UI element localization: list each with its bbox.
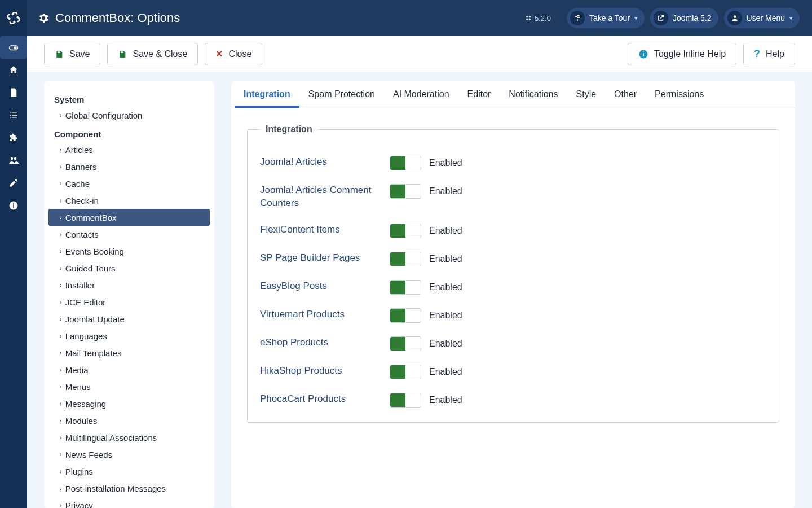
- tree-item-cache[interactable]: ›Cache: [48, 175, 210, 192]
- help-button[interactable]: ? Help: [743, 43, 795, 65]
- svg-point-1: [14, 46, 16, 49]
- tree-item-banners[interactable]: ›Banners: [48, 158, 210, 175]
- toggle-switch[interactable]: [390, 156, 421, 170]
- toggle-switch[interactable]: [390, 224, 421, 238]
- field-label: Joomla! Articles: [260, 156, 390, 169]
- admin-rail: i: [0, 0, 27, 508]
- chevron-right-icon: ›: [60, 468, 62, 475]
- tree-item-languages[interactable]: ›Languages: [48, 327, 210, 344]
- take-tour-button[interactable]: Take a Tour ▾: [567, 8, 645, 28]
- toggle-switch[interactable]: [390, 365, 421, 379]
- chevron-right-icon: ›: [60, 400, 62, 407]
- toggle-state-label: Enabled: [429, 282, 462, 292]
- toggle-inline-help-button[interactable]: Toggle Inline Help: [628, 43, 736, 65]
- svg-point-7: [529, 19, 531, 21]
- field-control: Enabled: [390, 156, 559, 170]
- tab-style[interactable]: Style: [567, 81, 606, 108]
- tab-editor[interactable]: Editor: [458, 81, 500, 108]
- tab-ai-moderation[interactable]: AI Moderation: [384, 81, 458, 108]
- tree-item-joomla-update[interactable]: ›Joomla! Update: [48, 310, 210, 327]
- toggle-switch[interactable]: [390, 280, 421, 295]
- tree-item-label: Mail Templates: [65, 348, 122, 358]
- rail-menus-icon[interactable]: [0, 104, 27, 126]
- tree-item-label: Privacy: [65, 501, 93, 509]
- chevron-right-icon: ›: [60, 248, 62, 255]
- tree-item-jce-editor[interactable]: ›JCE Editor: [48, 294, 210, 310]
- tree-item-privacy[interactable]: ›Privacy: [48, 497, 210, 508]
- chevron-right-icon: ›: [60, 231, 62, 238]
- tree-item-multilingual-associations[interactable]: ›Multilingual Associations: [48, 429, 210, 446]
- user-menu-button[interactable]: User Menu ▾: [724, 8, 800, 28]
- tree-item-check-in[interactable]: ›Check-in: [48, 192, 210, 209]
- tree-item-label: Cache: [65, 179, 90, 189]
- field-row: HikaShop ProductsEnabled: [260, 353, 766, 382]
- tab-other[interactable]: Other: [605, 81, 646, 108]
- rail-content-icon[interactable]: [0, 81, 27, 104]
- field-control: Enabled: [390, 365, 559, 379]
- tree-item-menus[interactable]: ›Menus: [48, 378, 210, 395]
- rail-system-icon[interactable]: [0, 172, 27, 194]
- field-row: Virtuemart ProductsEnabled: [260, 297, 766, 325]
- tree-item-news-feeds[interactable]: ›News Feeds: [48, 446, 210, 463]
- cog-icon: [37, 12, 50, 24]
- field-control: Enabled: [390, 336, 559, 351]
- field-row: FlexiContent ItemsEnabled: [260, 212, 766, 240]
- tree-item-commentbox[interactable]: ›CommentBox: [48, 209, 210, 226]
- tab-permissions[interactable]: Permissions: [646, 81, 713, 108]
- panel-scroll[interactable]: Integration Joomla! ArticlesEnabledJooml…: [231, 108, 795, 508]
- tree-item-events-booking[interactable]: ›Events Booking: [48, 243, 210, 260]
- tree-item-label: Events Booking: [65, 247, 124, 256]
- field-label: FlexiContent Items: [260, 224, 390, 237]
- tree-item-label: CommentBox: [65, 213, 117, 222]
- tree-item-installer[interactable]: ›Installer: [48, 277, 210, 294]
- save-button[interactable]: Save: [44, 43, 100, 65]
- tree-item-articles[interactable]: ›Articles: [48, 141, 210, 158]
- rail-help-icon[interactable]: i: [0, 194, 27, 217]
- tree-item-mail-templates[interactable]: ›Mail Templates: [48, 344, 210, 361]
- tree-section-component: Component: [44, 124, 214, 141]
- tree-item-guided-tours[interactable]: ›Guided Tours: [48, 260, 210, 277]
- tab-integration[interactable]: Integration: [235, 81, 299, 108]
- tree-item-media[interactable]: ›Media: [48, 361, 210, 378]
- tree-item-plugins[interactable]: ›Plugins: [48, 463, 210, 480]
- tab-spam-protection[interactable]: Spam Protection: [299, 81, 384, 108]
- toggle-switch[interactable]: [390, 336, 421, 351]
- chevron-right-icon: ›: [60, 214, 62, 221]
- field-control: Enabled: [390, 252, 559, 266]
- toggle-switch[interactable]: [390, 308, 421, 323]
- page-title-text: CommentBox: Options: [55, 11, 180, 25]
- close-button[interactable]: ✕ Close: [205, 43, 262, 65]
- toggle-switch[interactable]: [390, 252, 421, 266]
- rail-toggle-icon[interactable]: [0, 36, 27, 59]
- tree-item-post-installation-messages[interactable]: ›Post-installation Messages: [48, 480, 210, 497]
- rail-components-icon[interactable]: [0, 126, 27, 149]
- rail-users-icon[interactable]: [0, 149, 27, 172]
- tree-item-label: Messaging: [65, 399, 107, 409]
- settings-tree: System › Global Configuration Component …: [44, 81, 214, 508]
- toggle-switch[interactable]: [390, 393, 421, 408]
- toggle-state-label: Enabled: [429, 339, 462, 349]
- toggle-state-label: Enabled: [429, 310, 462, 321]
- toggle-state-label: Enabled: [429, 367, 462, 377]
- chevron-right-icon: ›: [60, 332, 62, 339]
- chevron-right-icon: ›: [60, 112, 62, 119]
- joomla-link-button[interactable]: Joomla 5.2: [650, 8, 718, 28]
- chevron-right-icon: ›: [60, 451, 62, 458]
- user-menu-label: User Menu: [747, 14, 785, 23]
- save-close-button[interactable]: Save & Close: [107, 43, 198, 65]
- tree-item-modules[interactable]: ›Modules: [48, 412, 210, 429]
- tree-section-system: System: [44, 89, 214, 107]
- toggle-switch[interactable]: [390, 184, 421, 199]
- chevron-right-icon: ›: [60, 316, 62, 322]
- save-icon: [118, 50, 127, 59]
- signpost-icon: [570, 11, 585, 25]
- tree-item-label: Check-in: [65, 196, 99, 205]
- rail-home-icon[interactable]: [0, 59, 27, 81]
- tree-item-global-configuration[interactable]: › Global Configuration: [48, 107, 210, 124]
- joomla-mini-icon: [524, 14, 532, 22]
- tree-item-messaging[interactable]: ›Messaging: [48, 395, 210, 412]
- tree-item-contacts[interactable]: ›Contacts: [48, 226, 210, 243]
- tree-item-label: Guided Tours: [65, 264, 116, 273]
- chevron-right-icon: ›: [60, 383, 62, 390]
- tab-notifications[interactable]: Notifications: [500, 81, 567, 108]
